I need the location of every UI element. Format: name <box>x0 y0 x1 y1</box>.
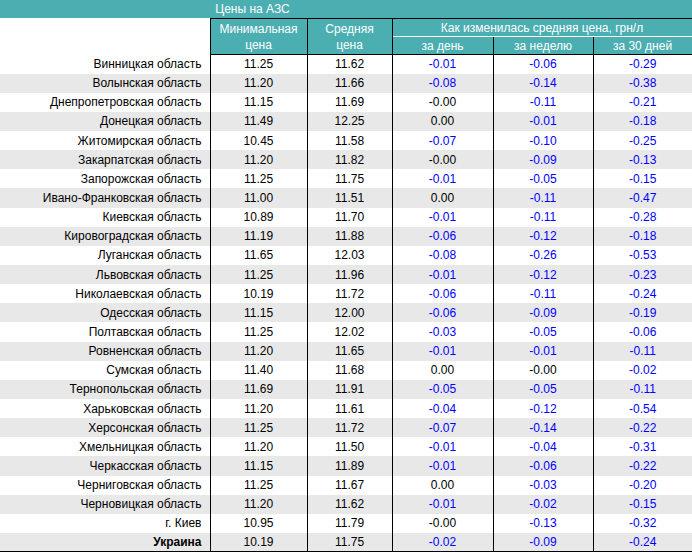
price-table-body: Винницкая область11.2511.62-0.01-0.06-0.… <box>0 55 692 552</box>
month-change-cell: -0.11 <box>593 342 692 361</box>
week-change-cell: -0.13 <box>493 514 593 533</box>
week-change-cell: -0.02 <box>493 495 593 514</box>
region-cell: Житомирская область <box>0 131 210 150</box>
month-change-cell: -0.38 <box>593 74 692 93</box>
min-price-cell: 11.65 <box>210 246 307 265</box>
month-change-cell: -0.18 <box>593 227 692 246</box>
avg-price-cell: 11.75 <box>307 169 392 188</box>
avg-price-cell: 11.62 <box>307 55 392 74</box>
region-cell: г. Киев <box>0 514 210 533</box>
day-change-cell: -0.01 <box>392 265 493 284</box>
region-cell: Кировоградская область <box>0 227 210 246</box>
day-change-cell: -0.08 <box>392 246 493 265</box>
day-change-cell: -0.08 <box>392 74 493 93</box>
header-row-top: Минимальная цена Средняя цена Как измени… <box>0 19 692 37</box>
region-cell: Днепропетровская область <box>0 93 210 112</box>
avg-price-cell: 11.96 <box>307 265 392 284</box>
min-price-cell: 11.19 <box>210 227 307 246</box>
week-change-cell: -0.14 <box>493 418 593 437</box>
week-change-cell: -0.11 <box>493 188 593 207</box>
month-change-cell: -0.29 <box>593 55 692 74</box>
region-cell: Волынская область <box>0 74 210 93</box>
week-change-cell: -0.10 <box>493 131 593 150</box>
avg-price-cell: 11.72 <box>307 418 392 437</box>
region-cell: Запорожская область <box>0 169 210 188</box>
table-row: Ивано-Франковская область11.0011.510.00-… <box>0 188 692 207</box>
table-header: Минимальная цена Средняя цена Как измени… <box>0 19 692 55</box>
week-change-cell: -0.06 <box>493 456 593 475</box>
day-change-cell: -0.06 <box>392 303 493 322</box>
region-cell: Львовская область <box>0 265 210 284</box>
region-cell: Харьковская область <box>0 399 210 418</box>
day-change-cell: -0.00 <box>392 93 493 112</box>
min-price-cell: 11.25 <box>210 418 307 437</box>
avg-price-cell: 11.50 <box>307 437 392 456</box>
table-row: Запорожская область11.2511.75-0.01-0.05-… <box>0 169 692 188</box>
month-change-cell: -0.06 <box>593 322 692 341</box>
region-cell: Тернопольская область <box>0 380 210 399</box>
region-cell: Винницкая область <box>0 55 210 74</box>
avg-price-cell: 12.02 <box>307 322 392 341</box>
day-change-cell: -0.05 <box>392 380 493 399</box>
avg-price-cell: 11.61 <box>307 399 392 418</box>
week-change-cell: -0.09 <box>493 303 593 322</box>
avg-price-cell: 12.03 <box>307 246 392 265</box>
min-price-cell: 10.45 <box>210 131 307 150</box>
avg-price-column-header: Средняя цена <box>307 19 392 55</box>
month-change-cell: -0.13 <box>593 150 692 169</box>
region-cell: Хмельницкая область <box>0 437 210 456</box>
min-price-cell: 11.25 <box>210 265 307 284</box>
day-change-cell: -0.07 <box>392 131 493 150</box>
avg-price-cell: 11.51 <box>307 188 392 207</box>
table-row: Ровненская область11.2011.65-0.01-0.01-0… <box>0 342 692 361</box>
min-price-header-line1: Минимальная <box>211 21 307 37</box>
week-change-cell: -0.09 <box>493 533 593 552</box>
avg-price-cell: 11.75 <box>307 533 392 552</box>
min-price-cell: 11.20 <box>210 495 307 514</box>
table-row: г. Киев10.9511.79-0.00-0.13-0.32 <box>0 514 692 533</box>
month-change-cell: -0.28 <box>593 208 692 227</box>
avg-price-cell: 12.25 <box>307 112 392 131</box>
table-row: Луганская область11.6512.03-0.08-0.26-0.… <box>0 246 692 265</box>
table-row: Херсонская область11.2511.72-0.07-0.14-0… <box>0 418 692 437</box>
min-price-cell: 11.40 <box>210 361 307 380</box>
day-change-cell: 0.00 <box>392 112 493 131</box>
month-change-cell: -0.31 <box>593 437 692 456</box>
week-change-cell: -0.11 <box>493 93 593 112</box>
table-row: Волынская область11.2011.66-0.08-0.14-0.… <box>0 74 692 93</box>
week-change-cell: -0.12 <box>493 227 593 246</box>
table-row: Житомирская область10.4511.58-0.07-0.10-… <box>0 131 692 150</box>
day-change-cell: -0.01 <box>392 456 493 475</box>
table-row: Николаевская область10.1911.72-0.06-0.11… <box>0 284 692 303</box>
week-change-cell: -0.04 <box>493 437 593 456</box>
avg-price-cell: 11.82 <box>307 150 392 169</box>
avg-price-cell: 11.62 <box>307 495 392 514</box>
week-change-cell: -0.06 <box>493 55 593 74</box>
avg-price-cell: 11.89 <box>307 456 392 475</box>
month-change-cell: -0.23 <box>593 265 692 284</box>
week-change-cell: -0.09 <box>493 150 593 169</box>
table-row: Украина10.1911.75-0.02-0.09-0.24 <box>0 533 692 552</box>
avg-price-cell: 11.70 <box>307 208 392 227</box>
table-row: Кировоградская область11.1911.88-0.06-0.… <box>0 227 692 246</box>
min-price-cell: 10.19 <box>210 533 307 552</box>
page-title: Цены на АЗС <box>0 0 505 18</box>
day-change-cell: -0.01 <box>392 208 493 227</box>
avg-price-cell: 11.67 <box>307 476 392 495</box>
day-change-cell: -0.06 <box>392 227 493 246</box>
table-row: Львовская область11.2511.96-0.01-0.12-0.… <box>0 265 692 284</box>
month-change-cell: -0.22 <box>593 456 692 475</box>
region-cell: Киевская область <box>0 208 210 227</box>
region-cell: Одесская область <box>0 303 210 322</box>
week-change-cell: -0.05 <box>493 380 593 399</box>
avg-price-cell: 11.72 <box>307 284 392 303</box>
week-change-cell: -0.03 <box>493 476 593 495</box>
day-change-cell: -0.01 <box>392 169 493 188</box>
min-price-cell: 11.20 <box>210 399 307 418</box>
day-change-cell: -0.01 <box>392 342 493 361</box>
region-cell: Закарпатская область <box>0 150 210 169</box>
min-price-cell: 11.20 <box>210 74 307 93</box>
month-change-cell: -0.19 <box>593 303 692 322</box>
region-cell: Ровненская область <box>0 342 210 361</box>
min-price-cell: 11.25 <box>210 322 307 341</box>
